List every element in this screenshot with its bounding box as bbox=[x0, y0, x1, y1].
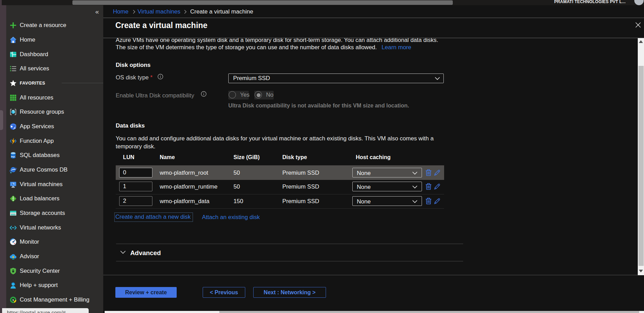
svg-text:SQL: SQL bbox=[11, 155, 16, 158]
svg-text:$: $ bbox=[12, 298, 14, 302]
